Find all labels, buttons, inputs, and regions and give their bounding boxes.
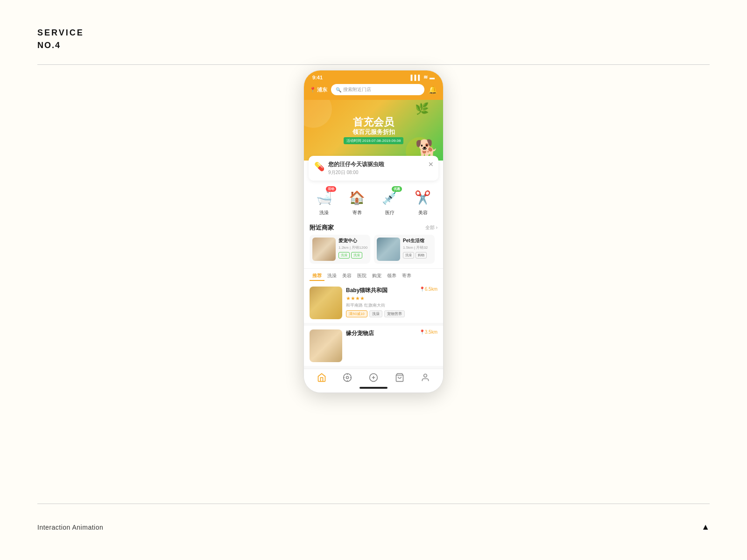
services-grid: 🛁 活动 洗澡 🏠 寄养 💉 优惠 医疗 ✂️	[304, 181, 443, 220]
svg-point-0	[344, 374, 352, 382]
notif-content: 您的汪仔今天该驱虫啦 9月20日 08:00	[328, 161, 384, 176]
nearby-title: 附近商家	[310, 224, 334, 232]
banner-line1: 首充会员	[344, 116, 404, 128]
battery-icon: ▬	[430, 75, 435, 80]
shop-card-1[interactable]: 爱宠中心 1.2km | 月销1200 洗澡 洗澡	[310, 235, 370, 264]
service-icon-wrap-bath: 🛁 活动	[314, 187, 334, 208]
tab-hospital[interactable]: 医院	[354, 272, 369, 281]
number-label: NO.4	[37, 41, 84, 50]
notif-time: 9月20日 08:00	[328, 169, 384, 176]
service-item-medical[interactable]: 💉 优惠 医疗	[380, 187, 400, 216]
status-icons: ▌▌▌ ≋ ▬	[411, 74, 435, 80]
banner[interactable]: 首充会员 领百元服务折扣 活动时间 2019.07.08-2019.09.08 …	[304, 100, 443, 161]
nav-home[interactable]	[317, 373, 326, 382]
notif-pill-icon: 💊	[314, 161, 324, 172]
recommended-list: Baby猫咪共和国 📍6.5km ★★★★ 和平南路 红旗南大街 满50减10 …	[304, 283, 443, 369]
wifi-icon: ≋	[423, 74, 428, 80]
shop-tag-wash: 洗澡	[403, 252, 414, 259]
footer-label: Interaction Animation	[37, 524, 103, 531]
service-label: SERVICE	[37, 28, 84, 38]
tab-bath[interactable]: 洗澡	[324, 272, 339, 281]
app-header: 📍 浦东 🔍 搜索附近门店 🔔	[304, 82, 443, 100]
shop-stats-1: 1.2km | 月销1200	[338, 245, 367, 250]
bath-badge: 活动	[326, 186, 336, 192]
shop-name-2: Pet生活馆	[403, 238, 428, 244]
service-item-grooming[interactable]: ✂️ 美容	[413, 187, 433, 216]
nearby-section-header: 附近商家 全部 ›	[304, 220, 443, 235]
boarding-label: 寄养	[352, 210, 362, 216]
notif-close-icon[interactable]: ✕	[428, 161, 434, 168]
shop-tag-bath: 洗澡	[338, 252, 350, 259]
phone-mockup: 9:41 ▌▌▌ ≋ ▬ 📍 浦东 🔍 搜索附近门店 🔔	[303, 70, 444, 393]
shop-name-1: 爱宠中心	[338, 238, 367, 244]
category-tabs: 推荐 洗澡 美容 医院 购宠 领养 寄养	[304, 268, 443, 283]
shop-tags-2: 洗澡 购物	[403, 252, 428, 259]
tab-grooming[interactable]: 美容	[339, 272, 354, 281]
shop-img-1	[312, 238, 336, 261]
tab-adopt[interactable]: 领养	[384, 272, 399, 281]
medical-badge: 优惠	[392, 186, 402, 192]
home-bar	[359, 387, 388, 389]
rec-info-2: 缘分宠物店 📍3.5km	[346, 329, 437, 362]
shop-img-2	[377, 238, 400, 261]
search-bar[interactable]: 🔍 搜索附近门店	[331, 84, 424, 95]
service-item-bath[interactable]: 🛁 活动 洗澡	[314, 187, 334, 216]
tab-recommended[interactable]: 推荐	[310, 272, 324, 281]
rec-info-1: Baby猫咪共和国 📍6.5km ★★★★ 和平南路 红旗南大街 满50减10 …	[346, 287, 437, 319]
bath-icon: 🛁	[316, 190, 332, 205]
location-pin-icon: 📍	[310, 87, 316, 93]
shop-tag-shop: 购物	[416, 252, 427, 259]
rec-tag-nutrition: 宠物营养	[384, 310, 405, 317]
rec-stars-1: ★★★★	[346, 295, 437, 301]
medical-label: 医疗	[385, 210, 395, 216]
nav-location[interactable]	[343, 373, 352, 382]
rec-name-row-1: Baby猫咪共和国 📍6.5km	[346, 287, 437, 294]
bell-icon[interactable]: 🔔	[428, 85, 437, 94]
shop-info-1: 爱宠中心 1.2km | 月销1200 洗澡 洗澡	[338, 238, 367, 261]
footer: Interaction Animation ▲	[37, 522, 710, 532]
notif-title: 您的汪仔今天该驱虫啦	[328, 161, 384, 168]
shop-info-2: Pet生活馆 1.5km | 月销32 洗澡 购物	[403, 238, 428, 261]
banner-content: 首充会员 领百元服务折扣 活动时间 2019.07.08-2019.09.08	[344, 116, 404, 145]
nav-profile[interactable]	[421, 373, 430, 382]
banner-decor-circle1	[304, 100, 332, 128]
nav-add[interactable]	[369, 373, 378, 382]
grooming-label: 美容	[418, 210, 428, 216]
home-indicator	[304, 384, 443, 392]
bath-label: 洗澡	[319, 210, 329, 216]
divider-bottom	[37, 504, 710, 504]
service-icon-wrap-boarding: 🏠	[347, 187, 367, 208]
phone-frame: 9:41 ▌▌▌ ≋ ▬ 📍 浦东 🔍 搜索附近门店 🔔	[303, 70, 444, 393]
signal-icon: ▌▌▌	[411, 75, 422, 80]
svg-point-10	[424, 374, 427, 378]
search-placeholder: 搜索附近门店	[343, 86, 371, 93]
shop-card-2[interactable]: Pet生活馆 1.5km | 月销32 洗澡 购物	[374, 235, 435, 264]
shop-stats-2: 1.5km | 月销32	[403, 245, 428, 250]
rec-item-1[interactable]: Baby猫咪共和国 📍6.5km ★★★★ 和平南路 红旗南大街 满50减10 …	[304, 283, 443, 326]
rec-item-2[interactable]: 缘分宠物店 📍3.5km	[304, 326, 443, 369]
rec-name-2: 缘分宠物店	[346, 329, 374, 337]
nav-cart[interactable]	[395, 373, 404, 382]
shop-tag-bath2: 洗澡	[351, 252, 362, 259]
rec-distance-1: 📍6.5km	[419, 287, 437, 294]
divider-top	[37, 64, 710, 65]
rec-img-1	[310, 287, 342, 319]
bottom-nav	[304, 369, 443, 384]
shop-tags-1: 洗澡 洗澡	[338, 252, 367, 259]
status-bar: 9:41 ▌▌▌ ≋ ▬	[304, 70, 443, 82]
tab-boarding[interactable]: 寄养	[399, 272, 414, 281]
service-item-boarding[interactable]: 🏠 寄养	[347, 187, 367, 216]
location-tag[interactable]: 📍 浦东	[310, 86, 327, 93]
banner-title: 首充会员 领百元服务折扣	[344, 116, 404, 136]
rec-tag-bath: 洗澡	[369, 310, 382, 317]
service-icon-wrap-medical: 💉 优惠	[380, 187, 400, 208]
service-icon-wrap-grooming: ✂️	[413, 187, 433, 208]
banner-line2: 领百元服务折扣	[344, 128, 404, 136]
status-time: 9:41	[312, 75, 323, 80]
svg-point-1	[346, 377, 349, 379]
rec-distance-2: 📍3.5km	[419, 329, 437, 337]
nearby-more[interactable]: 全部 ›	[425, 224, 437, 231]
footer-arrow-icon: ▲	[701, 522, 710, 532]
grooming-icon: ✂️	[415, 190, 431, 205]
tab-buy-pet[interactable]: 购宠	[369, 272, 384, 281]
